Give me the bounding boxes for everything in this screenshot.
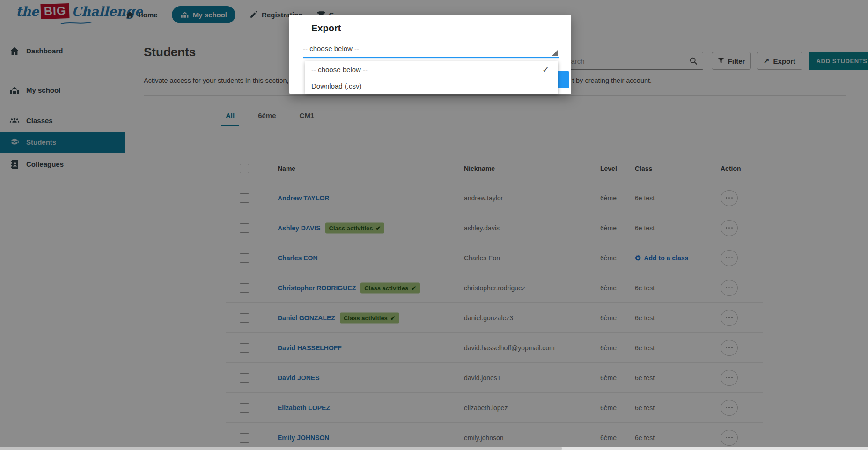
export-format-select[interactable]: -- choose below -- (303, 44, 559, 59)
export-modal: Export -- choose below -- -- choose belo… (289, 15, 571, 94)
modal-title: Export (311, 23, 341, 34)
select-underline-glow (303, 58, 559, 59)
export-options-menu: -- choose below -- ✓ Download (.csv) (305, 61, 558, 94)
scrollbar-thumb[interactable] (0, 447, 562, 450)
menu-option-choose-below[interactable]: -- choose below -- ✓ (305, 61, 558, 78)
menu-option-label: -- choose below -- (311, 66, 368, 74)
menu-option-label: Download (.csv) (311, 82, 362, 90)
select-value: -- choose below -- (303, 44, 559, 57)
check-icon: ✓ (542, 65, 549, 75)
app-window: the BIG Challenge Home My school Registr… (0, 0, 868, 450)
menu-option-download-csv[interactable]: Download (.csv) (305, 78, 558, 94)
horizontal-scrollbar[interactable] (0, 447, 868, 450)
dropdown-arrow-icon (552, 50, 558, 56)
